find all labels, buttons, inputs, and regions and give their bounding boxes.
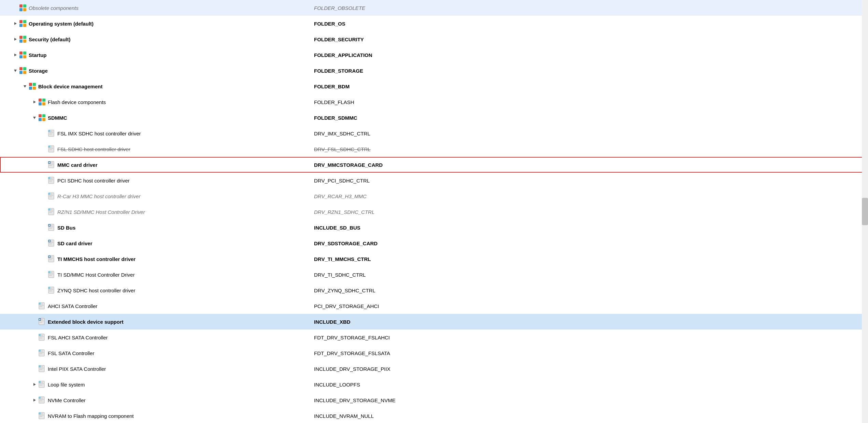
svg-rect-67 xyxy=(49,211,53,212)
tree-row-sdmmc[interactable]: SDMMCFOLDER_SDMMC xyxy=(0,110,868,126)
svg-rect-111 xyxy=(40,336,44,337)
expand-icon-loop-fs[interactable] xyxy=(31,381,38,388)
item-label-nvram-flash: NVRAM to Flash mapping component xyxy=(48,413,134,419)
expand-icon-storage[interactable] xyxy=(12,68,18,74)
tree-row-block-device[interactable]: Block device managementFOLDER_BDM xyxy=(0,78,868,94)
svg-rect-25 xyxy=(29,83,32,86)
tree-row-ti-sd-mmc[interactable]: TI SD/MMC Host Controller DriverDRV_TI_S… xyxy=(0,267,868,282)
svg-rect-12 xyxy=(19,40,23,43)
component-icon-fsl-imx xyxy=(48,130,55,137)
tree-row-obsolete[interactable]: Obsolete componentsFOLDER_OBSOLETE xyxy=(0,0,868,16)
component-icon-mmc-card xyxy=(48,161,55,169)
item-label-extended-block: Extended block device support xyxy=(48,319,124,325)
item-value-extended-block: INCLUDE_XBD xyxy=(307,319,868,325)
tree-row-fsl-ahci[interactable]: FSL AHCI SATA ControllerFDT_DRV_STORAGE_… xyxy=(0,330,868,345)
tree-row-mmc-card[interactable]: MMC card driverDRV_MMCSTORAGE_CARD xyxy=(0,157,868,173)
expand-icon-security[interactable] xyxy=(12,36,18,42)
tree-row-fsl-sata[interactable]: FSL SATA ControllerFDT_DRV_STORAGE_FSLSA… xyxy=(0,345,868,361)
svg-marker-29 xyxy=(33,101,36,103)
item-value-zynq-sdhc: DRV_ZYNQ_SDHC_CTRL xyxy=(307,288,868,293)
component-icon-ahci-sata xyxy=(38,302,46,310)
svg-point-81 xyxy=(49,240,50,242)
expand-icon-startup[interactable] xyxy=(12,52,18,58)
tree-row-storage[interactable]: StorageFOLDER_STORAGE xyxy=(0,63,868,78)
component-icon-storage xyxy=(19,67,27,74)
svg-rect-84 xyxy=(49,258,53,259)
tree-row-loop-fs[interactable]: Loop file systemINCLUDE_LOOPFS xyxy=(0,377,868,392)
item-label-fsl-imx: FSL IMX SDHC host controller driver xyxy=(57,131,141,136)
tree-row-nvme[interactable]: NVMe ControllerINCLUDE_DRV_STORAGE_NVME xyxy=(0,392,868,408)
item-value-startup: FOLDER_APPLICATION xyxy=(307,52,868,58)
component-icon-loop-fs xyxy=(38,381,46,388)
svg-marker-4 xyxy=(14,22,17,25)
svg-rect-100 xyxy=(40,305,44,306)
tree-row-sd-card[interactable]: SD card driverDRV_SDSTORAGE_CARD xyxy=(0,235,868,251)
tree-row-extended-block[interactable]: Extended block device supportINCLUDE_XBD xyxy=(0,314,868,330)
svg-rect-0 xyxy=(19,4,23,8)
expand-icon-flash-device[interactable] xyxy=(31,99,38,105)
item-label-sd-bus: SD Bus xyxy=(57,225,75,231)
svg-rect-27 xyxy=(29,87,32,90)
svg-rect-57 xyxy=(49,179,53,180)
svg-point-54 xyxy=(49,162,50,163)
svg-rect-92 xyxy=(48,271,50,273)
component-icon-sd-card xyxy=(48,239,55,247)
tree-row-nvram-flash[interactable]: NVRAM to Flash mapping componentINCLUDE_… xyxy=(0,408,868,423)
item-label-loop-fs: Loop file system xyxy=(48,382,85,388)
svg-rect-79 xyxy=(49,244,52,244)
svg-rect-85 xyxy=(49,259,52,260)
scrollbar[interactable] xyxy=(862,0,868,423)
svg-rect-113 xyxy=(39,334,41,336)
tree-row-ahci-sata[interactable]: AHCI SATA ControllerPCI_DRV_STORAGE_AHCI xyxy=(0,298,868,314)
svg-rect-96 xyxy=(49,291,52,291)
item-value-fsl-sdhc: DRV_FSL_SDHC_CTRL xyxy=(307,146,868,152)
component-icon-nvme xyxy=(38,396,46,404)
svg-rect-7 xyxy=(19,24,23,27)
tree-row-ti-mmchs[interactable]: TI MMCHS host controller driverDRV_TI_MM… xyxy=(0,251,868,267)
tree-row-startup[interactable]: StartupFOLDER_APPLICATION xyxy=(0,47,868,63)
svg-rect-1 xyxy=(23,4,26,8)
component-icon-block-device xyxy=(29,83,36,90)
component-icon-sd-bus xyxy=(48,224,55,231)
svg-marker-130 xyxy=(33,399,36,402)
item-value-pci-sdhc: DRV_PCI_SDHC_CTRL xyxy=(307,178,868,184)
tree-row-fsl-sdhc[interactable]: FSL SDHC host controller driverDRV_FSL_S… xyxy=(0,141,868,157)
item-label-ahci-sata: AHCI SATA Controller xyxy=(48,303,97,309)
tree-container: Obsolete componentsFOLDER_OBSOLETE Opera… xyxy=(0,0,868,423)
svg-rect-78 xyxy=(49,242,53,243)
item-value-ti-mmchs: DRV_TI_MMCHS_CTRL xyxy=(307,256,868,262)
tree-row-os[interactable]: Operating system (default)FOLDER_OS xyxy=(0,16,868,31)
tree-row-flash-device[interactable]: Flash device componentsFOLDER_FLASH xyxy=(0,94,868,110)
component-icon-pci-sdhc xyxy=(48,177,55,184)
svg-rect-95 xyxy=(49,289,53,290)
component-icon-fsl-sata xyxy=(38,349,46,357)
expand-icon-os[interactable] xyxy=(12,20,18,27)
item-value-sd-bus: INCLUDE_SD_BUS xyxy=(307,225,868,231)
item-value-sd-card: DRV_SDSTORAGE_CARD xyxy=(307,240,868,246)
item-value-storage: FOLDER_STORAGE xyxy=(307,68,868,74)
tree-row-intel-piix[interactable]: Intel PIIX SATA ControllerINCLUDE_DRV_ST… xyxy=(0,361,868,377)
svg-rect-33 xyxy=(42,102,45,105)
component-icon-startup xyxy=(19,51,27,59)
tree-row-zynq-sdhc[interactable]: ZYNQ SDHC host controller driverDRV_ZYNQ… xyxy=(0,282,868,298)
svg-rect-23 xyxy=(23,71,26,74)
svg-rect-26 xyxy=(33,83,36,86)
tree-row-fsl-imx[interactable]: FSL IMX SDHC host controller driverDRV_I… xyxy=(0,126,868,141)
tree-row-rzn1[interactable]: RZ/N1 SD/MMC Host Controller DriverDRV_R… xyxy=(0,204,868,220)
svg-rect-2 xyxy=(19,8,23,11)
item-label-storage: Storage xyxy=(29,68,48,74)
tree-row-sd-bus[interactable]: SD BusINCLUDE_SD_BUS xyxy=(0,220,868,235)
expand-icon-nvme[interactable] xyxy=(31,397,38,403)
tree-row-security[interactable]: Security (default)FOLDER_SECURITY xyxy=(0,31,868,47)
svg-rect-17 xyxy=(19,55,23,58)
tree-row-pci-sdhc[interactable]: PCI SDHC host controller driverDRV_PCI_S… xyxy=(0,173,868,188)
component-icon-fsl-sdhc xyxy=(48,145,55,153)
scrollbar-thumb[interactable] xyxy=(862,198,868,225)
item-label-mmc-card: MMC card driver xyxy=(57,162,98,168)
item-label-fsl-sdhc: FSL SDHC host controller driver xyxy=(57,146,130,152)
item-value-security: FOLDER_SECURITY xyxy=(307,37,868,42)
expand-icon-block-device[interactable] xyxy=(22,83,28,89)
svg-rect-123 xyxy=(39,365,41,367)
expand-icon-sdmmc[interactable] xyxy=(31,115,38,121)
tree-row-rcar-h3[interactable]: R-Car H3 MMC host controller driverDRV_R… xyxy=(0,188,868,204)
